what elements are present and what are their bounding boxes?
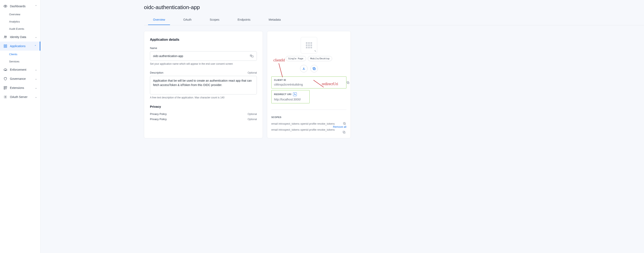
svg-point-1: [4, 36, 6, 37]
eye-icon: [3, 4, 8, 8]
svg-rect-4: [6, 45, 7, 46]
app-icon: ✎: [301, 37, 317, 53]
sidebar-label: Governance: [10, 77, 32, 80]
name-helper: Set your application name which will app…: [150, 62, 257, 65]
chevron-down-icon: ⌄: [35, 35, 37, 38]
svg-rect-19: [344, 123, 346, 125]
svg-point-2: [6, 36, 6, 37]
tab-oauth[interactable]: OAuth: [178, 15, 196, 25]
sidebar-label: Identity Data: [10, 35, 32, 39]
main-content: oidc-authentication-app Overview OAuth S…: [40, 0, 644, 253]
pill-single-page: Single Page: [286, 56, 306, 61]
sidebar-item-analytics[interactable]: Analytics: [9, 18, 40, 25]
sidebar-heading-identity[interactable]: Identity Data ⌄: [0, 32, 40, 41]
sidebar-label: Dashboards: [10, 4, 32, 8]
translate-icon[interactable]: [250, 54, 254, 58]
redirect-uri-value: http://localhost:3000/: [274, 98, 307, 101]
sidebar-heading-dashboards[interactable]: Dashboards ⌃: [0, 2, 40, 11]
grid-icon: [3, 44, 8, 48]
pill-mobile-desktop: Mobile/Desktop: [308, 56, 332, 61]
shield-icon: [3, 77, 8, 81]
chevron-up-icon: ⌃: [34, 45, 36, 47]
sidebar-item-audit-events[interactable]: Audit Events: [9, 25, 40, 32]
svg-point-10: [5, 96, 6, 98]
sidebar-heading-extensions[interactable]: Extensions ⌄: [0, 83, 40, 92]
section-title: Application details: [150, 38, 257, 41]
tab-metadata[interactable]: Metadata: [264, 15, 286, 25]
extensions-icon: [3, 86, 8, 90]
client-id-highlight: CLIENT ID c86nqa3cre4ntiu8drng: [271, 76, 346, 88]
name-value: oidc-authentication-app: [153, 54, 183, 58]
scopes-label: SCOPES: [271, 116, 346, 118]
sidebar-label: Enforcement: [10, 68, 32, 71]
copy-icon[interactable]: [342, 130, 346, 135]
description-helper: A free text description of the applicati…: [150, 96, 257, 99]
sidebar-label: Extensions: [10, 86, 32, 89]
sidebar-item-clients[interactable]: Clients: [9, 51, 40, 58]
cloud-icon: [3, 68, 8, 72]
optional-label: Optional: [248, 118, 257, 121]
name-label: Name: [150, 46, 157, 50]
page-title: oidc-authentication-app: [40, 0, 644, 15]
sidebar-heading-enforcement[interactable]: Enforcement ⌄: [0, 65, 40, 74]
description-textarea[interactable]: Application that be will be used to crea…: [150, 76, 257, 94]
chevron-down-icon: ⌄: [35, 95, 37, 98]
edit-icon[interactable]: ✎: [293, 92, 297, 96]
svg-rect-13: [314, 68, 316, 70]
gear-icon: [3, 95, 8, 99]
svg-rect-3: [4, 45, 5, 46]
grid-placeholder-icon: [306, 42, 312, 48]
copy-icon[interactable]: [346, 81, 350, 85]
copy-icon[interactable]: [343, 122, 346, 126]
svg-rect-7: [4, 86, 5, 87]
tab-overview[interactable]: Overview: [148, 15, 170, 25]
tab-endpoints[interactable]: Endpoints: [233, 15, 256, 25]
client-id-label: CLIENT ID: [274, 79, 344, 81]
sidebar-label: OAuth Server: [10, 95, 32, 99]
privacy-policy-label-2: Privacy Policy: [150, 118, 167, 121]
chevron-down-icon: ⌄: [35, 86, 37, 89]
download-button[interactable]: [300, 65, 308, 72]
side-panel: clientId redirectUri ✎ Single Page Mobil…: [267, 31, 351, 138]
sidebar-heading-governance[interactable]: Governance ⌄: [0, 74, 40, 83]
svg-rect-20: [343, 122, 345, 124]
svg-rect-15: [348, 82, 349, 84]
sidebar-heading-oauth[interactable]: OAuth Server ⌄: [0, 92, 40, 101]
sidebar: Dashboards ⌃ Overview Analytics Audit Ev…: [0, 0, 40, 253]
tab-scopes[interactable]: Scopes: [205, 15, 224, 25]
users-icon: [3, 35, 8, 39]
chevron-up-icon: ⌃: [35, 5, 37, 8]
annotation-clientid: clientId: [274, 58, 285, 62]
name-input[interactable]: oidc-authentication-app: [150, 51, 257, 61]
svg-rect-18: [343, 131, 344, 133]
sidebar-item-services[interactable]: Services: [9, 58, 40, 65]
privacy-policy-label: Privacy Policy: [150, 112, 167, 116]
svg-point-0: [5, 6, 6, 7]
application-details-panel: Application details Name oidc-authentica…: [144, 31, 263, 138]
copy-button[interactable]: [310, 65, 318, 72]
optional-label: Optional: [248, 71, 257, 74]
svg-rect-14: [313, 67, 315, 69]
svg-rect-5: [4, 46, 5, 47]
redirect-uri-highlight: REDIRECT URI ✎ http://localhost:3000/: [271, 90, 310, 103]
privacy-title: Privacy: [150, 105, 257, 108]
client-id-value: c86nqa3cre4ntiu8drng: [274, 83, 344, 86]
edit-icon[interactable]: ✎: [314, 50, 316, 52]
optional-label: Optional: [248, 113, 257, 116]
svg-rect-17: [344, 132, 345, 133]
tabs: Overview OAuth Scopes Endpoints Metadata: [144, 15, 644, 25]
svg-rect-6: [6, 46, 7, 47]
svg-rect-12: [252, 56, 253, 57]
redirect-uri-label: REDIRECT URI: [274, 93, 292, 95]
sidebar-heading-applications[interactable]: Applications ⌃: [0, 41, 40, 51]
svg-rect-8: [6, 86, 7, 87]
svg-rect-16: [347, 81, 348, 83]
svg-rect-9: [4, 88, 5, 89]
scopes-text: email introspect_tokens openid profile r…: [271, 121, 346, 126]
sidebar-item-overview[interactable]: Overview: [9, 11, 40, 18]
sidebar-label: Applications: [10, 44, 32, 48]
chevron-down-icon: ⌄: [35, 77, 37, 80]
chevron-down-icon: ⌄: [35, 68, 37, 71]
description-label: Description: [150, 71, 164, 74]
